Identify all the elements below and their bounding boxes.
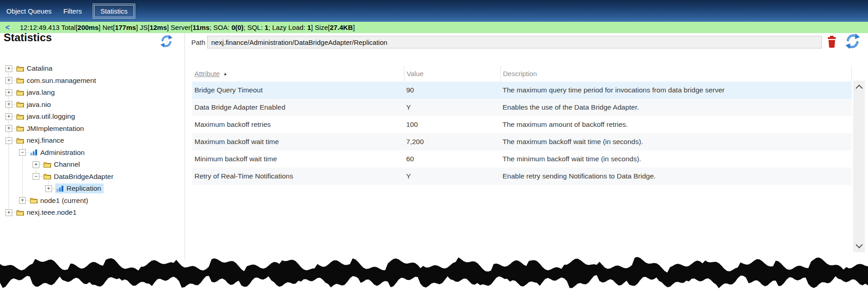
tree-connector: [12, 104, 15, 105]
tree-item-content[interactable]: Catalina: [15, 63, 55, 73]
cell-description: The maximum query time period for invoca…: [500, 86, 852, 94]
tree-item-label[interactable]: java.lang: [27, 88, 55, 96]
tree-item-nexj-teee-node1[interactable]: + nexj.teee.node1: [0, 207, 184, 219]
tree-item-label[interactable]: java.nio: [27, 101, 51, 109]
tree-item-content[interactable]: nexj.finance: [15, 135, 66, 145]
tree-toggle[interactable]: +: [19, 197, 26, 204]
tree-item-label[interactable]: Channel: [54, 160, 80, 169]
tree-toggle[interactable]: +: [33, 161, 39, 168]
tree-item-label[interactable]: Administration: [40, 149, 85, 157]
bar-chart-icon: [30, 149, 38, 156]
vertical-scrollbar[interactable]: [853, 81, 865, 252]
attribute-table: Bridge Query Timeout90The maximum query …: [192, 82, 852, 185]
tree-item-content[interactable]: java.nio: [15, 100, 53, 110]
tab-statistics[interactable]: Statistics: [93, 4, 135, 19]
path-input[interactable]: [207, 36, 822, 48]
tree-item-java-lang[interactable]: + java.lang: [0, 87, 184, 99]
tree-toggle[interactable]: +: [5, 65, 12, 72]
tree-item-label[interactable]: DataBridgeAdapter: [54, 173, 114, 181]
tree-toggle[interactable]: +: [5, 89, 12, 96]
tree-item-channel[interactable]: + Channel: [0, 159, 184, 171]
cell-value: Y: [404, 103, 500, 111]
tree-toggle[interactable]: +: [45, 185, 52, 192]
folder-icon: [16, 113, 24, 120]
tree-item-content[interactable]: Replication: [55, 183, 104, 193]
status-segment: 1: [307, 24, 311, 31]
tab-label: Filters: [62, 5, 83, 17]
tree-toggle[interactable]: +: [5, 209, 12, 216]
table-row[interactable]: Data Bridge Adapter EnabledYEnables the …: [192, 99, 852, 116]
tree-item-catalina[interactable]: + Catalina: [0, 63, 184, 75]
column-header-attribute[interactable]: Attribute▲: [192, 66, 404, 82]
delete-button[interactable]: [827, 36, 837, 48]
tree-item-label[interactable]: Catalina: [27, 64, 52, 72]
tree-item-label[interactable]: java.util.logging: [27, 112, 75, 120]
table-row[interactable]: Bridge Query Timeout90The maximum query …: [192, 82, 852, 99]
back-arrow-icon[interactable]: <: [5, 24, 20, 32]
tree-item-content[interactable]: Administration: [29, 148, 87, 158]
tree-item-nexj-finance[interactable]: − nexj.finance: [0, 135, 184, 147]
cell-value: 90: [404, 86, 500, 94]
tree-toggle[interactable]: +: [5, 101, 12, 108]
status-bar: < 12:12:49.413 Total[200ms] Net[177ms] J…: [0, 22, 868, 33]
tree-item-jmimplementation[interactable]: + JMImplementation: [0, 123, 184, 135]
tree-item-content[interactable]: JMImplementation: [15, 124, 86, 134]
tree-item-content[interactable]: com.sun.management: [15, 76, 98, 86]
table-row[interactable]: Minimum backoff wait time60The minimum b…: [192, 150, 852, 168]
status-segment: ] Size[: [311, 24, 330, 31]
tree-toggle[interactable]: +: [5, 125, 12, 132]
cell-value: 60: [404, 155, 500, 163]
sidebar-refresh-button[interactable]: [159, 34, 174, 48]
tree-item-content[interactable]: node1 (current): [29, 196, 90, 206]
folder-icon: [16, 65, 24, 72]
tab-label: Object Queues: [5, 5, 52, 17]
refresh-icon: [159, 34, 174, 48]
tree-item-label[interactable]: JMImplementation: [27, 125, 84, 133]
status-segment: 177ms: [115, 24, 136, 31]
sidebar-title: Statistics: [4, 31, 52, 44]
tree-item-replication[interactable]: + Replication: [0, 183, 184, 195]
tree-item-label[interactable]: Replication: [66, 184, 101, 193]
tree-item-node1-current[interactable]: + node1 (current): [0, 195, 184, 207]
tree-item-java-util-logging[interactable]: + java.util.logging: [0, 111, 184, 123]
column-header-description[interactable]: Description: [500, 66, 852, 82]
tree-toggle[interactable]: −: [33, 173, 39, 180]
bar-chart-icon: [56, 185, 64, 192]
status-segments: 12:12:49.413 Total[200ms] Net[177ms] JS[…: [20, 24, 355, 31]
tree-item-databridgeadapter[interactable]: − DataBridgeAdapter: [0, 171, 184, 183]
column-header-label: Value: [407, 70, 423, 77]
statistics-tree: + Catalina+ com.sun.management+ java.lan…: [0, 63, 184, 219]
tree-toggle[interactable]: −: [19, 149, 26, 156]
tree-item-java-nio[interactable]: + java.nio: [0, 99, 184, 111]
tree-item-content[interactable]: java.util.logging: [15, 111, 77, 121]
status-segment: ] JS[: [136, 24, 150, 31]
tree-item-content[interactable]: java.lang: [15, 87, 57, 97]
tree-toggle[interactable]: −: [5, 137, 12, 144]
tree-item-label[interactable]: com.sun.management: [27, 77, 96, 85]
tree-item-content[interactable]: DataBridgeAdapter: [43, 172, 116, 182]
tree-item-administration[interactable]: − Administration: [0, 147, 184, 159]
status-segment: 200ms: [77, 24, 99, 31]
tree-connector: [12, 80, 15, 81]
tree-item-label[interactable]: nexj.finance: [27, 136, 64, 145]
column-header-value[interactable]: Value: [404, 66, 500, 82]
tree-item-label[interactable]: node1 (current): [40, 197, 88, 205]
status-segment: ; SOA:: [209, 24, 231, 31]
tree-item-com-sun-management[interactable]: + com.sun.management: [0, 75, 184, 87]
tree-toggle[interactable]: +: [5, 77, 12, 84]
cell-description: The minimum backoff wait time (in second…: [500, 155, 852, 163]
tab-object-queues[interactable]: Object Queues: [5, 5, 52, 17]
scroll-down-icon[interactable]: [856, 241, 863, 249]
tree-toggle[interactable]: +: [5, 113, 12, 120]
table-row[interactable]: Maximum backoff wait time7,200The maximu…: [192, 133, 852, 150]
path-refresh-button[interactable]: [844, 33, 861, 49]
tree-item-label[interactable]: nexj.teee.node1: [27, 208, 76, 217]
table-row[interactable]: Retry of Real-Time NotificationsYEnable …: [192, 168, 852, 185]
table-row[interactable]: Maximum backoff retries100The maximum am…: [192, 116, 852, 133]
torn-edge-decoration: [0, 253, 868, 294]
tree-item-content[interactable]: nexj.teee.node1: [15, 207, 79, 217]
tab-filters[interactable]: Filters: [62, 5, 83, 17]
folder-icon: [43, 173, 52, 180]
tree-item-content[interactable]: Channel: [43, 159, 82, 169]
scroll-up-icon[interactable]: [856, 85, 863, 92]
